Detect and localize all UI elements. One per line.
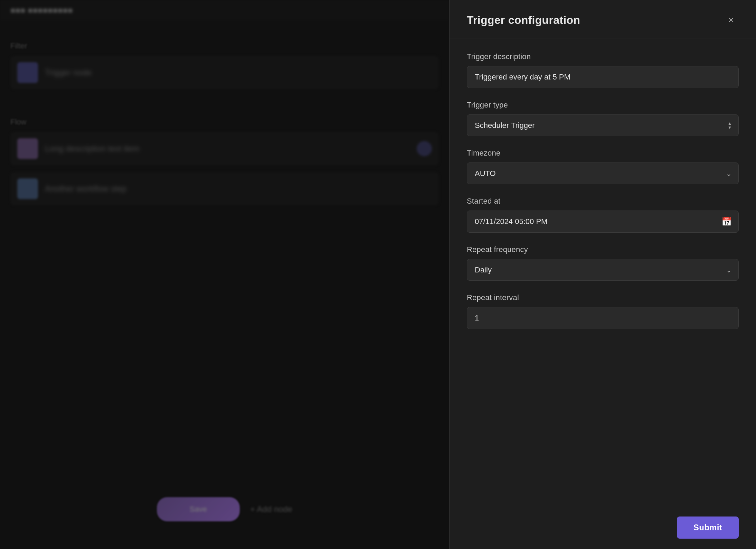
started-at-wrapper: 📅 — [467, 211, 739, 233]
submit-button[interactable]: Submit — [677, 517, 739, 539]
modal-close-button[interactable]: × — [724, 12, 739, 28]
timezone-group: Timezone AUTO UTC US/Eastern US/Pacific … — [467, 149, 739, 184]
repeat-interval-label: Repeat interval — [467, 293, 739, 302]
started-at-label: Started at — [467, 197, 739, 206]
trigger-type-select[interactable]: Scheduler Trigger Webhook Trigger Manual… — [467, 114, 739, 136]
timezone-label: Timezone — [467, 149, 739, 158]
trigger-description-input[interactable] — [467, 66, 739, 88]
repeat-interval-group: Repeat interval — [467, 293, 739, 329]
timezone-select-wrapper: AUTO UTC US/Eastern US/Pacific Europe/Lo… — [467, 162, 739, 184]
modal-footer: Submit — [450, 506, 756, 549]
started-at-input[interactable] — [467, 211, 739, 233]
trigger-description-group: Trigger description — [467, 52, 739, 88]
repeat-frequency-group: Repeat frequency Daily Weekly Monthly Ho… — [467, 245, 739, 281]
trigger-type-label: Trigger type — [467, 101, 739, 110]
overlay — [0, 0, 449, 549]
repeat-frequency-select-wrapper: Daily Weekly Monthly Hourly ⌄ — [467, 259, 739, 281]
timezone-select[interactable]: AUTO UTC US/Eastern US/Pacific Europe/Lo… — [467, 162, 739, 184]
repeat-interval-input[interactable] — [467, 307, 739, 329]
trigger-config-modal: Trigger configuration × Trigger descript… — [449, 0, 756, 549]
trigger-type-select-wrapper: Scheduler Trigger Webhook Trigger Manual… — [467, 114, 739, 136]
trigger-type-group: Trigger type Scheduler Trigger Webhook T… — [467, 101, 739, 136]
modal-body: Trigger description Trigger type Schedul… — [450, 38, 756, 355]
started-at-group: Started at 📅 — [467, 197, 739, 233]
trigger-description-label: Trigger description — [467, 52, 739, 61]
repeat-frequency-select[interactable]: Daily Weekly Monthly Hourly — [467, 259, 739, 281]
repeat-frequency-label: Repeat frequency — [467, 245, 739, 254]
modal-title: Trigger configuration — [467, 14, 580, 27]
modal-header: Trigger configuration × — [450, 0, 756, 38]
